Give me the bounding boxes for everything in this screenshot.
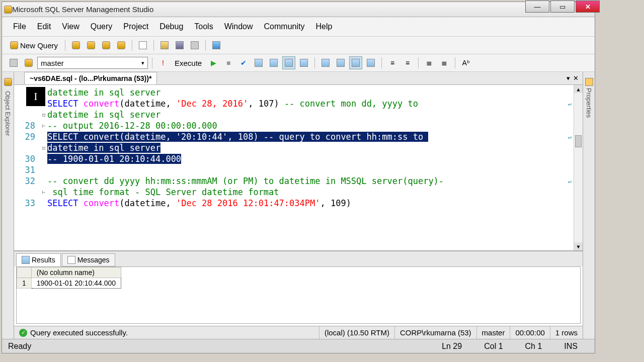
save-icon[interactable]: [173, 39, 186, 52]
status-ins: INS: [553, 342, 589, 351]
results-to-grid-icon[interactable]: [349, 56, 362, 69]
titlebar: Microsoft SQL Server Management Studio —…: [2, 2, 595, 17]
status-ch: Ch 1: [514, 342, 553, 351]
status-server: (local) (10.50 RTM): [319, 326, 394, 339]
sql-editor[interactable]: 28 29 30 31 32 33 ⊟⊢⊟⊢ I datetime in sql…: [14, 85, 583, 250]
tool-db3-icon[interactable]: [100, 39, 113, 52]
status-col: Col 1: [473, 342, 514, 351]
specify-values-icon[interactable]: Aᵇ: [459, 56, 472, 69]
body: Object Explorer ~vs6DAE.sql - (lo...P\rk…: [2, 72, 595, 339]
results-grid[interactable]: (No column name) 11900-01-01 20:10:44.00…: [16, 266, 581, 324]
status-db: master: [476, 326, 510, 339]
include-stats-icon[interactable]: [334, 56, 347, 69]
scroll-thumb[interactable]: [575, 135, 582, 147]
wrap-icon: ↵: [568, 131, 572, 142]
menu-query[interactable]: Query: [86, 20, 118, 33]
results-grid-icon[interactable]: [282, 56, 295, 69]
status-message: ✓Query executed successfully.: [14, 326, 319, 339]
comment-icon[interactable]: ≣: [423, 56, 436, 69]
tab-dropdown-icon[interactable]: ▾: [567, 74, 570, 82]
document-tabs: ~vs6DAE.sql - (lo...P\rkumarna (53))* ▾ …: [14, 72, 583, 85]
activity-icon[interactable]: [210, 39, 223, 52]
status-rows: 1 rows: [550, 326, 583, 339]
window-title: Microsoft SQL Server Management Studio: [12, 5, 593, 14]
stop-icon[interactable]: ■: [222, 56, 235, 69]
database-select[interactable]: master: [37, 57, 148, 69]
menu-file[interactable]: File: [8, 20, 31, 33]
play-icon[interactable]: ▶: [207, 56, 220, 69]
wrap-icon: ↵: [568, 98, 572, 109]
messages-tab[interactable]: Messages: [62, 253, 115, 266]
outdent-icon[interactable]: ≡: [386, 56, 399, 69]
success-icon: ✓: [19, 329, 27, 337]
wrap-icon: ↵: [568, 175, 572, 187]
scroll-up-icon[interactable]: ▲: [574, 85, 583, 93]
minimize-button[interactable]: —: [525, 1, 549, 13]
tab-close-icon[interactable]: ✕: [573, 74, 579, 82]
change-connection-icon[interactable]: [22, 56, 35, 69]
menu-project[interactable]: Project: [118, 20, 153, 33]
tool-new-file-icon[interactable]: [136, 39, 149, 52]
results-panel: Results Messages (No column name) 11900-…: [14, 250, 583, 326]
app-icon: [4, 6, 12, 14]
toolbar-sql: master ! Execute ▶ ■ ✔ ≡ ≡ ≣ ≣ Aᵇ: [2, 54, 595, 72]
menu-bar: File Edit View Query Project Debug Tools…: [2, 17, 595, 37]
open-icon[interactable]: [158, 39, 171, 52]
status-user: CORP\rkumarna (53): [394, 326, 476, 339]
properties-icon: [585, 78, 593, 86]
object-explorer-icon: [4, 78, 12, 86]
menu-help[interactable]: Help: [310, 20, 337, 33]
menu-window[interactable]: Window: [219, 20, 258, 33]
line-gutter: 28 29 30 31 32 33: [14, 85, 40, 250]
menu-edit[interactable]: Edit: [32, 20, 56, 33]
results-to-text-icon[interactable]: [364, 56, 377, 69]
maximize-button[interactable]: ▭: [550, 1, 575, 13]
include-plan-icon[interactable]: [319, 56, 332, 69]
corner-header: [17, 267, 32, 278]
tab-controls: ▾ ✕: [567, 74, 583, 82]
row-header[interactable]: 1: [17, 278, 32, 289]
query-options-icon[interactable]: [267, 56, 280, 69]
new-query-icon: [10, 41, 18, 49]
status-ready: Ready: [8, 342, 31, 351]
results-grid-icon: [22, 256, 30, 264]
scroll-down-icon[interactable]: ▼: [574, 242, 583, 250]
new-query-button[interactable]: New Query: [7, 40, 61, 51]
text-cursor-icon: I: [26, 87, 45, 106]
app-status-bar: Ready Ln 29 Col 1 Ch 1 INS: [2, 339, 595, 353]
uncomment-icon[interactable]: ≣: [438, 56, 451, 69]
code-area[interactable]: I datetime in sql server SELECT convert(…: [47, 85, 574, 250]
object-explorer-tab[interactable]: Object Explorer: [2, 72, 14, 339]
query-status-bar: ✓Query executed successfully. (local) (1…: [14, 326, 583, 339]
messages-icon: [67, 256, 75, 264]
menu-debug[interactable]: Debug: [154, 20, 188, 33]
properties-tab[interactable]: Properties: [583, 72, 595, 339]
debug-icon[interactable]: !: [156, 56, 170, 69]
tool-db4-icon[interactable]: [115, 39, 128, 52]
menu-tools[interactable]: Tools: [189, 20, 218, 33]
tool-db1-icon[interactable]: [69, 39, 83, 52]
menu-view[interactable]: View: [57, 20, 84, 33]
column-header[interactable]: (No column name): [31, 267, 121, 278]
print-icon[interactable]: [188, 39, 201, 52]
document-tab[interactable]: ~vs6DAE.sql - (lo...P\rkumarna (53))*: [24, 72, 157, 84]
window-controls: — ▭ ✕: [525, 1, 600, 13]
result-cell[interactable]: 1900-01-01 20:10:44.000: [31, 278, 121, 289]
menu-community[interactable]: Community: [259, 20, 310, 33]
status-line: Ln 29: [431, 342, 473, 351]
fold-gutter: ⊟⊢⊟⊢: [40, 85, 47, 250]
tool-db2-icon[interactable]: [85, 39, 98, 52]
app-window: Microsoft SQL Server Management Studio —…: [2, 2, 595, 353]
results-tabs: Results Messages: [14, 251, 583, 266]
indent-icon[interactable]: ≡: [401, 56, 414, 69]
connect-icon[interactable]: [7, 56, 20, 69]
execute-button[interactable]: Execute: [172, 58, 205, 68]
vertical-scrollbar[interactable]: ▲ ▼: [574, 85, 583, 250]
results-tab[interactable]: Results: [16, 253, 61, 266]
estimated-plan-icon[interactable]: [252, 56, 265, 69]
intellisense-icon[interactable]: [297, 56, 310, 69]
parse-icon[interactable]: ✔: [237, 56, 250, 69]
close-button[interactable]: ✕: [576, 1, 600, 13]
toolbar-standard: New Query: [2, 37, 595, 54]
main-area: ~vs6DAE.sql - (lo...P\rkumarna (53))* ▾ …: [14, 72, 583, 339]
